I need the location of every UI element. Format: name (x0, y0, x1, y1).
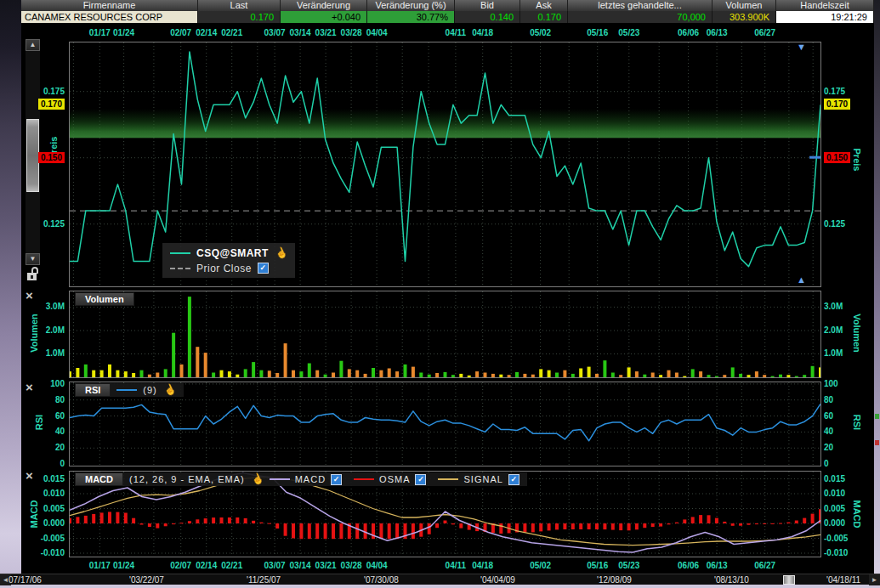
macd-legend-item: MACD✓ (270, 474, 342, 485)
volume-bar (140, 370, 144, 377)
close-macd-panel-button[interactable]: × (23, 470, 36, 483)
expand-panel-icon[interactable]: ▲ (797, 275, 806, 285)
osma-bar (220, 517, 224, 523)
signal-checkbox[interactable]: ✓ (508, 474, 519, 485)
date-tick-label: 01/24 (113, 25, 134, 41)
rsi-tick-left: 60 (55, 410, 65, 421)
volume-bar (651, 373, 655, 378)
top-date-axis: 01/1701/2402/0702/1402/2103/0703/1403/21… (0, 25, 880, 41)
collapse-panel-icon[interactable]: ▼ (797, 42, 806, 52)
prior-close-checkbox[interactable]: ✓ (258, 263, 269, 274)
scroll-up-button[interactable]: ▲ (26, 39, 40, 51)
volume-bar (148, 375, 151, 377)
osma-bar (92, 514, 95, 523)
osma-bar (444, 521, 447, 524)
osma-bar (523, 523, 526, 533)
osma-bar (69, 518, 71, 523)
osma-bar (795, 521, 798, 524)
osma-bar (355, 523, 359, 539)
drag-hand-icon[interactable]: ☝ (162, 382, 178, 398)
volume-chart[interactable] (69, 291, 821, 378)
prior-close-swatch (170, 268, 190, 269)
scroll-down-button[interactable]: ▼ (26, 253, 40, 265)
volume-bar (348, 369, 351, 377)
volume-bar (771, 376, 775, 377)
macd-panel-title: MACD (75, 472, 123, 486)
range-scrollbar-thumb[interactable] (783, 575, 795, 585)
price-axis-label-left: Preis (48, 122, 59, 173)
rsi-tick-left: 0 (60, 458, 65, 469)
quote-column-header[interactable]: Veränderung (281, 0, 367, 11)
macd-tick-left: -0.005 (41, 533, 65, 544)
price-line (70, 52, 820, 267)
quote-column-header[interactable]: Firmenname (21, 0, 198, 11)
macd-tick-right: 0.015 (824, 473, 845, 484)
volume-bar (212, 373, 215, 378)
volume-cell: 303.900K (713, 11, 776, 23)
quote-column-header[interactable]: letztes gehandelte... (568, 0, 713, 11)
date-tick-label: 04/18 (472, 25, 493, 41)
volume-bar (435, 373, 439, 377)
date-tick-label: 02/07 (170, 558, 191, 574)
osma-bar (683, 519, 686, 523)
volume-tick-left: 1.0M (46, 348, 65, 359)
drag-hand-icon[interactable]: ☝ (273, 245, 289, 261)
osma-bar (763, 523, 766, 524)
range-scroll-right-button[interactable]: ► (869, 574, 880, 585)
osma-checkbox[interactable]: ✓ (415, 474, 426, 485)
macd-tick-left: 0.015 (43, 473, 65, 484)
date-tick-label: 01/24 (113, 558, 134, 574)
price-tick-left: 0.170 (38, 99, 65, 110)
close-rsi-panel-button[interactable]: × (23, 382, 36, 394)
osma-bar (164, 523, 167, 526)
date-tick-label: 02/14 (196, 25, 217, 41)
volume-bar (755, 371, 758, 377)
osma-bar (803, 518, 806, 523)
macd-swatch (270, 478, 290, 480)
quote-column-header[interactable]: Veränderung (%) (367, 0, 455, 11)
rsi-axis-label-left: RSI (34, 397, 44, 448)
bottom-date-axis: 01/1701/2402/0702/1402/2103/0703/1403/21… (0, 558, 880, 574)
macd-axis-label-right: MACD (852, 489, 862, 540)
quote-column-header[interactable]: Volumen (713, 0, 776, 11)
osma-bar (292, 523, 295, 539)
close-volume-panel-button[interactable]: × (23, 290, 36, 302)
osma-bar (228, 517, 231, 523)
volume-bar (683, 376, 686, 377)
osma-bar (339, 523, 343, 539)
volume-bar (259, 370, 263, 377)
quote-column-header[interactable]: Bid (455, 0, 520, 11)
osma-bar (244, 518, 247, 523)
rsi-series-swatch (116, 389, 137, 391)
scrollbar-thumb[interactable] (26, 119, 39, 192)
unlock-icon[interactable] (27, 267, 39, 281)
volume-bar (659, 375, 662, 377)
quote-column-header[interactable]: Handelszeit (776, 0, 874, 11)
quote-column-header[interactable]: Ask (520, 0, 568, 11)
rsi-tick-right: 0 (824, 458, 829, 469)
date-tick-label: 03/07 (264, 558, 286, 574)
osma-bar (699, 515, 702, 523)
quote-column-header[interactable]: Last (198, 0, 281, 11)
osma-bar (379, 523, 383, 539)
rsi-tick-right: 80 (824, 394, 833, 405)
volume-bar (228, 371, 231, 377)
macd-checkbox[interactable]: ✓ (331, 474, 342, 485)
osma-bar (140, 523, 144, 525)
prior-close-label: Prior Close (196, 263, 252, 274)
date-tick-label: 02/07 (170, 25, 191, 41)
volume-bar (491, 374, 495, 377)
osma-bar (563, 523, 566, 529)
price-series-label: CSQ@SMART (196, 247, 269, 259)
quote-data-row[interactable]: CANAMEX RESOURCES CORP 0.170 +0.040 30.7… (21, 11, 874, 23)
osma-bar (236, 517, 239, 523)
macd-axis-label-left: MACD (29, 489, 39, 540)
volume-bar (339, 361, 343, 377)
time-range-scrollbar[interactable]: ◄ ► 07/17/06'03/22/07'11/25/07'07/30/08'… (0, 574, 880, 585)
osma-bar (212, 517, 215, 523)
volume-panel-titlebar: Volumen (75, 292, 134, 306)
range-date-label: '04/04/09 (480, 574, 515, 585)
date-tick-label: 05/16 (587, 25, 608, 41)
change-pct-cell: 30.77% (367, 11, 455, 23)
drag-hand-icon[interactable]: ☝ (248, 471, 264, 487)
